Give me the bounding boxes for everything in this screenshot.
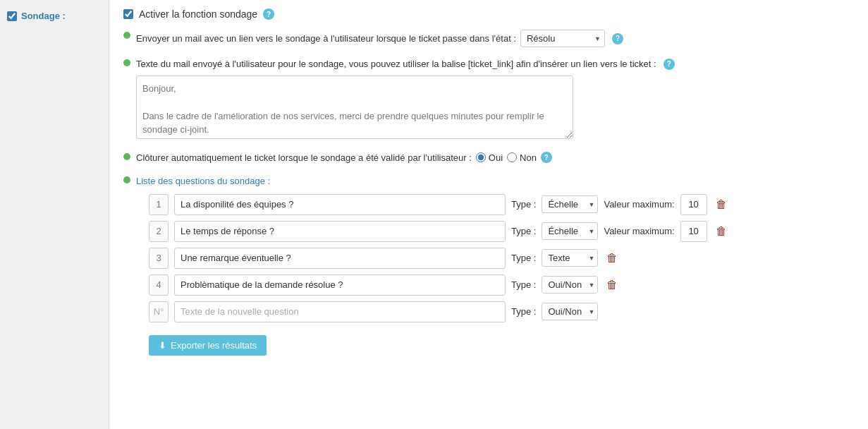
- valeur-label-2: Valeur maximum:: [604, 226, 674, 236]
- oui-radio-label[interactable]: Oui: [476, 152, 503, 163]
- email-text-row: Texte du mail envoyé à l'utilisateur pou…: [123, 57, 854, 141]
- send-mail-row: Envoyer un mail avec un lien vers le son…: [123, 30, 854, 47]
- type-label-4: Type :: [511, 279, 536, 290]
- state-select[interactable]: Résolu Ouvert En cours Fermé: [520, 30, 605, 47]
- questions-list-row: Liste des questions du sondage : 1 Type …: [123, 174, 854, 356]
- email-textarea[interactable]: Bonjour, Dans le cadre de l'amélioration…: [136, 75, 573, 139]
- question-num-2: 2: [149, 221, 169, 242]
- activate-help-icon[interactable]: ?: [263, 8, 274, 20]
- export-button[interactable]: ⬇ Exporter les résultats: [149, 335, 267, 356]
- email-text-inline: Texte du mail envoyé à l'utilisateur pou…: [136, 57, 675, 71]
- auto-close-help-icon[interactable]: ?: [541, 152, 552, 163]
- delete-btn-2[interactable]: 🗑: [713, 225, 730, 238]
- type-select-1[interactable]: Échelle Texte Oui/Non: [542, 195, 598, 213]
- auto-close-radio-group: Oui Non ?: [476, 152, 552, 163]
- auto-close-content: Clôturer automatiquement le ticket lorsq…: [136, 151, 552, 165]
- new-question-row: N° Type : Échelle Texte Oui/Non: [149, 301, 730, 322]
- type-select-3[interactable]: Échelle Texte Oui/Non: [542, 249, 598, 267]
- oui-radio[interactable]: [476, 152, 486, 162]
- type-select-wrapper-1: Échelle Texte Oui/Non: [542, 195, 598, 213]
- new-type-label: Type :: [511, 306, 536, 317]
- question-input-4[interactable]: [174, 274, 506, 296]
- export-icon: ⬇: [159, 340, 166, 351]
- send-mail-label: Envoyer un mail avec un lien vers le son…: [136, 32, 516, 46]
- send-mail-dot: [123, 32, 130, 39]
- sidebar-title: Sondage :: [21, 11, 66, 21]
- activate-section: Activer la fonction sondage ?: [123, 8, 854, 20]
- email-text-dot: [123, 59, 130, 66]
- non-label: Non: [520, 152, 537, 163]
- sidebar-checkbox[interactable]: [7, 11, 17, 21]
- type-select-wrapper-4: Échelle Texte Oui/Non: [542, 276, 598, 294]
- question-input-2[interactable]: [174, 221, 506, 242]
- delete-btn-4[interactable]: 🗑: [604, 279, 621, 291]
- oui-label: Oui: [489, 152, 503, 163]
- questions-title: Liste des questions du sondage :: [136, 176, 270, 186]
- main-content: Activer la fonction sondage ? Envoyer un…: [109, 0, 868, 429]
- type-select-wrapper-2: Échelle Texte Oui/Non: [542, 222, 598, 240]
- export-label: Exporter les résultats: [171, 340, 257, 351]
- valeur-input-2[interactable]: [680, 221, 707, 242]
- table-row: 1 Type : Échelle Texte Oui/Non Valeur ma…: [149, 194, 730, 215]
- email-textarea-wrapper: Bonjour, Dans le cadre de l'amélioration…: [136, 75, 675, 141]
- activate-checkbox[interactable]: [123, 9, 133, 19]
- sidebar: Sondage :: [0, 0, 109, 429]
- question-num-1: 1: [149, 194, 169, 215]
- questions-content: Liste des questions du sondage : 1 Type …: [136, 174, 730, 356]
- new-question-num: N°: [149, 301, 169, 322]
- type-label-2: Type :: [511, 226, 536, 236]
- table-row: 4 Type : Échelle Texte Oui/Non 🗑: [149, 274, 730, 296]
- delete-btn-3[interactable]: 🗑: [604, 252, 621, 265]
- new-type-select-wrapper: Échelle Texte Oui/Non: [542, 303, 598, 320]
- type-label-1: Type :: [511, 199, 536, 210]
- questions-dot: [123, 176, 130, 183]
- table-row: 3 Type : Échelle Texte Oui/Non 🗑: [149, 248, 730, 269]
- question-num-4: 4: [149, 274, 169, 296]
- delete-btn-1[interactable]: 🗑: [713, 198, 730, 211]
- auto-close-label: Clôturer automatiquement le ticket lorsq…: [136, 151, 472, 165]
- new-type-select[interactable]: Échelle Texte Oui/Non: [542, 303, 598, 320]
- non-radio-label[interactable]: Non: [507, 152, 537, 163]
- question-num-3: 3: [149, 248, 169, 269]
- questions-list: 1 Type : Échelle Texte Oui/Non Valeur ma…: [149, 194, 730, 322]
- question-input-1[interactable]: [174, 194, 506, 215]
- page-wrapper: Sondage : Activer la fonction sondage ? …: [0, 0, 868, 429]
- question-input-3[interactable]: [174, 248, 506, 269]
- send-mail-inline: Envoyer un mail avec un lien vers le son…: [136, 30, 623, 47]
- type-select-2[interactable]: Échelle Texte Oui/Non: [542, 222, 598, 240]
- valeur-label-1: Valeur maximum:: [604, 199, 674, 210]
- send-mail-help-icon[interactable]: ?: [612, 33, 623, 44]
- valeur-input-1[interactable]: [680, 194, 707, 215]
- email-text-help-icon[interactable]: ?: [664, 59, 675, 70]
- type-select-4[interactable]: Échelle Texte Oui/Non: [542, 276, 598, 294]
- type-label-3: Type :: [511, 253, 536, 263]
- send-mail-content: Envoyer un mail avec un lien vers le son…: [136, 30, 623, 47]
- auto-close-row: Clôturer automatiquement le ticket lorsq…: [123, 151, 854, 165]
- table-row: 2 Type : Échelle Texte Oui/Non Valeur ma…: [149, 221, 730, 242]
- state-select-wrapper: Résolu Ouvert En cours Fermé: [520, 30, 605, 47]
- auto-close-dot: [123, 153, 130, 160]
- sidebar-label: Sondage :: [7, 11, 102, 21]
- activate-label: Activer la fonction sondage: [139, 8, 257, 20]
- non-radio[interactable]: [507, 152, 517, 162]
- email-text-content: Texte du mail envoyé à l'utilisateur pou…: [136, 57, 675, 141]
- type-select-wrapper-3: Échelle Texte Oui/Non: [542, 249, 598, 267]
- email-text-label: Texte du mail envoyé à l'utilisateur pou…: [136, 57, 656, 71]
- new-question-input[interactable]: [174, 301, 506, 322]
